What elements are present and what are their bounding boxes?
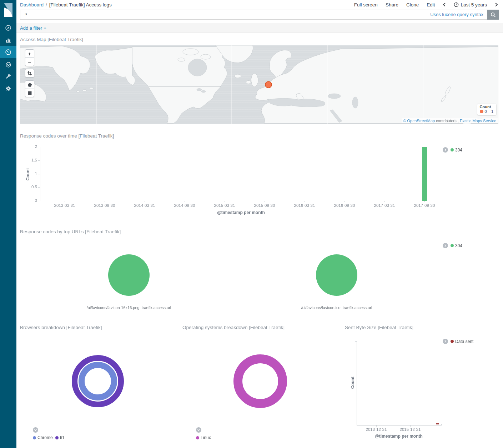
x-axis (357, 425, 442, 425)
y-axis-label: Count (350, 368, 355, 397)
sidebar (0, 0, 16, 448)
kibana-dashboard-app: Dashboard / [Filebeat Traefik] Access lo… (0, 0, 503, 448)
x-axis-label: @timestamp per month (363, 434, 434, 439)
sidebar-item-dev-tools[interactable] (0, 70, 16, 83)
kibana-logo[interactable] (0, 0, 16, 20)
sidebar-item-discover[interactable] (0, 22, 16, 34)
x-tick (376, 425, 377, 427)
y-tick (355, 341, 357, 342)
sidebar-item-timelion[interactable] (0, 58, 16, 70)
y-axis (357, 341, 357, 425)
chevron-right-icon (444, 340, 447, 343)
legend-dot (451, 340, 454, 343)
data-sent-mark[interactable] (436, 423, 439, 424)
chart-legend: Data sent (443, 338, 473, 344)
gear-icon (5, 85, 11, 92)
x-tick-label: 2015-12-31 (392, 427, 428, 432)
x-tick (441, 424, 442, 425)
legend-label: Data sent (455, 339, 473, 344)
bar-chart-icon (5, 37, 11, 43)
legend-items: Data sent (451, 338, 473, 344)
sent-bytes-chart: Data sent Count @timestamp per month 201… (16, 0, 503, 448)
x-tick (410, 425, 411, 427)
timelion-icon (5, 61, 12, 68)
x-tick-label: 2013-12-31 (358, 427, 394, 432)
wrench-icon (5, 73, 11, 80)
sidebar-item-visualize[interactable] (0, 34, 16, 46)
legend-toggle-icon[interactable] (443, 339, 448, 344)
kibana-logo-icon (2, 2, 14, 18)
legend-item[interactable]: Data sent (451, 339, 473, 344)
compass-icon (5, 25, 11, 31)
sidebar-item-dashboard[interactable] (0, 46, 16, 58)
gauge-icon (5, 49, 11, 55)
sidebar-item-management[interactable] (0, 83, 16, 95)
main-content: Dashboard / [Filebeat Traefik] Access lo… (16, 0, 503, 448)
sidebar-nav (0, 22, 16, 95)
